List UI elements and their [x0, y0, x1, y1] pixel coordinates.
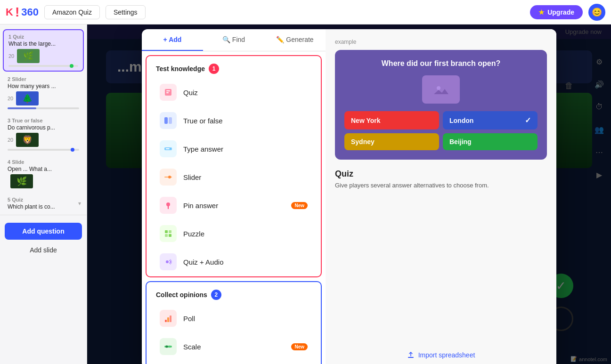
test-knowledge-header: Test knowledge 1 — [147, 56, 321, 78]
section-badge-1: 1 — [209, 64, 219, 74]
sidebar-bottom: Add question Add slide — [0, 215, 87, 260]
svg-point-53 — [437, 86, 440, 90]
popup-menu: + Add 🔍 Find ✏️ Generate Test knowledge … — [142, 29, 326, 364]
import-spreadsheet-button[interactable]: Import spreadsheet — [407, 351, 475, 359]
tab-find[interactable]: 🔍 Find — [203, 29, 264, 51]
menu-item-poll[interactable]: Poll — [150, 305, 317, 332]
svg-rect-5 — [164, 117, 168, 124]
tab-generate[interactable]: ✏️ Generate — [264, 29, 326, 51]
svg-point-30 — [169, 346, 171, 348]
topbar-right: ★ Upgrade 😊 — [530, 4, 605, 21]
app-logo: K!360 — [6, 5, 39, 20]
svg-rect-54 — [408, 357, 414, 358]
topbar: K!360 Amazon Quiz Settings ★ Upgrade 😊 — [0, 0, 611, 24]
svg-rect-20 — [169, 234, 171, 237]
test-knowledge-section: Test knowledge 1 — [146, 55, 322, 277]
pin-answer-icon — [160, 197, 177, 214]
answer-beijing: Beijing — [443, 133, 538, 150]
svg-point-29 — [166, 346, 168, 348]
svg-rect-17 — [165, 230, 168, 233]
sidebar-item-1[interactable]: 1 Quiz What is the large... 20 🌿 — [3, 29, 84, 72]
sidebar: 1 Quiz What is the large... 20 🌿 2 Slide… — [0, 24, 87, 364]
preview-type-description: Give players several answer alternatives… — [335, 182, 489, 189]
scale-icon — [160, 338, 177, 355]
svg-rect-9 — [166, 148, 170, 149]
avatar[interactable]: 😊 — [588, 4, 605, 21]
answer-sydney: Sydney — [344, 133, 439, 150]
true-false-icon — [160, 112, 177, 129]
sidebar-item-2[interactable]: 2 Slider How many years ... 20 🌲 — [3, 73, 84, 113]
preview-type-title: Quiz — [335, 169, 353, 179]
content-area: Upgrade now ...mazon? ⚙ 🔊 ⏱ 👥 ⋯ ▶ ✓ 🗑 📝 … — [87, 24, 611, 364]
logo-k: K — [6, 6, 13, 18]
chevron-down-icon: ▾ — [78, 200, 81, 207]
svg-point-13 — [168, 176, 171, 178]
thumb-image-1: 🌿 — [17, 49, 40, 63]
section-badge-2: 2 — [211, 290, 221, 300]
preview-label: example — [335, 39, 356, 45]
puzzle-icon — [160, 225, 177, 242]
svg-rect-52 — [432, 82, 450, 97]
popup-tabs: + Add 🔍 Find ✏️ Generate — [142, 29, 326, 51]
popup-panel: + Add 🔍 Find ✏️ Generate Test knowledge … — [142, 29, 556, 364]
svg-rect-3 — [166, 92, 169, 93]
answer-london: London ✓ — [443, 111, 538, 129]
menu-item-puzzle[interactable]: Puzzle — [150, 220, 317, 247]
svg-rect-25 — [167, 317, 169, 322]
svg-rect-2 — [166, 90, 170, 91]
upload-icon — [407, 351, 415, 359]
svg-rect-18 — [169, 230, 171, 233]
sidebar-item-5[interactable]: 5 Quiz Which plant is co... ▾ — [3, 193, 84, 214]
preview-question: Where did our first branch open? — [344, 59, 538, 68]
thumb-image-4: 🌿 — [10, 174, 33, 188]
add-slide-button[interactable]: Add slide — [5, 243, 82, 257]
svg-rect-10 — [170, 148, 171, 149]
answer-grid: New York London ✓ Sydney Beijing — [344, 111, 538, 150]
upgrade-button[interactable]: ★ Upgrade — [530, 5, 583, 19]
correct-check-icon: ✓ — [525, 116, 531, 125]
svg-rect-26 — [170, 315, 171, 322]
type-answer-icon — [160, 140, 177, 157]
thumb-image-2: 🌲 — [16, 91, 39, 105]
add-question-button[interactable]: Add question — [5, 223, 82, 240]
answer-new-york: New York — [344, 111, 439, 129]
svg-rect-16 — [163, 228, 173, 239]
menu-item-nps-scale[interactable]: NPS scale New — [150, 361, 317, 364]
collect-opinions-header: Collect opinions 2 — [147, 282, 321, 304]
svg-rect-19 — [165, 234, 168, 237]
settings-button[interactable]: Settings — [106, 5, 146, 19]
menu-item-type-answer[interactable]: Type answer — [150, 135, 317, 162]
menu-item-pin-answer[interactable]: Pin answer New — [150, 192, 317, 219]
popup-preview: example Where did our first branch open? — [326, 29, 556, 364]
quiz-audio-icon — [160, 253, 177, 270]
svg-point-22 — [166, 260, 169, 263]
quiz-icon — [160, 84, 177, 101]
svg-rect-6 — [169, 117, 172, 124]
popup-sections: Test knowledge 1 — [142, 51, 326, 364]
menu-item-quiz[interactable]: Quiz — [150, 79, 317, 106]
sidebar-item-3[interactable]: 3 True or false Do carnivorous p... 20 🦁 — [3, 114, 84, 154]
modal-overlay: + Add 🔍 Find ✏️ Generate Test knowledge … — [87, 24, 611, 364]
tab-add[interactable]: + Add — [142, 29, 203, 51]
poll-icon — [160, 310, 177, 327]
collect-opinions-section: Collect opinions 2 — [146, 281, 322, 364]
main-layout: 1 Quiz What is the large... 20 🌿 2 Slide… — [0, 24, 611, 364]
menu-item-scale[interactable]: Scale New — [150, 333, 317, 360]
menu-item-quiz-audio[interactable]: Quiz + Audio — [150, 248, 317, 275]
menu-item-slider[interactable]: Slider — [150, 163, 317, 191]
svg-rect-24 — [165, 320, 167, 322]
pin-answer-new-badge: New — [291, 202, 308, 209]
star-icon: ★ — [538, 8, 545, 16]
quiz-name-button[interactable]: Amazon Quiz — [44, 5, 100, 19]
scale-new-badge: New — [291, 343, 308, 350]
slider-icon — [160, 169, 177, 186]
sidebar-item-4[interactable]: 4 Slide Open ... What a... 🌿 — [3, 155, 84, 192]
menu-item-true-false[interactable]: True or false — [150, 107, 317, 134]
preview-image-placeholder — [422, 75, 460, 104]
thumb-image-3: 🦁 — [16, 133, 39, 147]
svg-point-15 — [166, 202, 170, 206]
svg-rect-28 — [164, 346, 172, 348]
preview-card: Where did our first branch open? New Yor… — [335, 50, 547, 160]
